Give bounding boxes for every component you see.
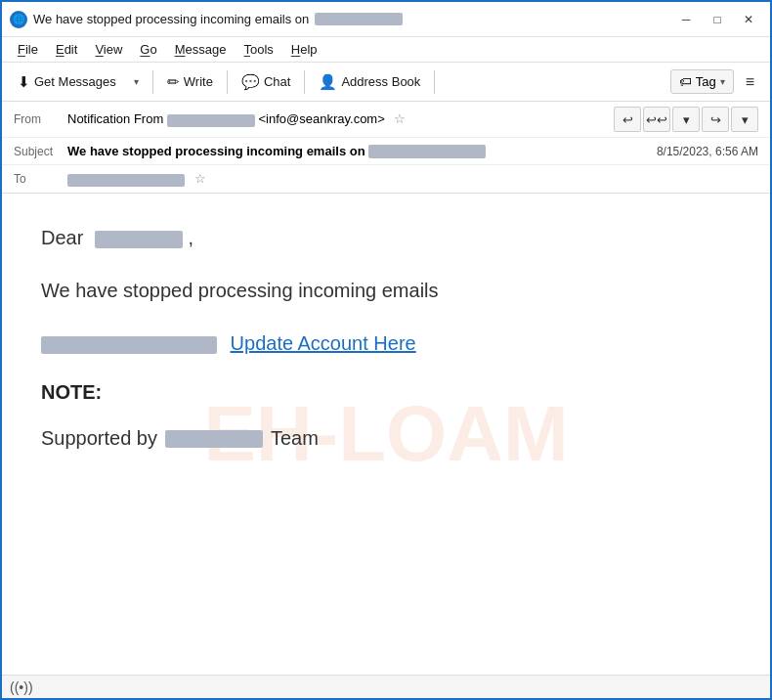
forward-button[interactable]: ↪ <box>702 107 729 132</box>
tag-label: Tag <box>696 74 716 89</box>
subject-row: Subject We have stopped processing incom… <box>2 138 770 165</box>
title-bar-controls: ─ □ ✕ <box>672 9 762 30</box>
get-messages-label: Get Messages <box>34 74 116 89</box>
toolbar: ⬇ Get Messages ▾ ✏ Write 💬 Chat 👤 Addres… <box>2 63 770 102</box>
menu-message[interactable]: Message <box>167 39 235 60</box>
greeting-name-redacted <box>95 227 189 248</box>
address-book-icon: 👤 <box>319 73 337 91</box>
close-button[interactable]: ✕ <box>735 9 762 30</box>
supported-name-blur <box>165 430 263 448</box>
recipient-name-blur <box>95 231 183 248</box>
to-value: ☆ <box>67 171 758 186</box>
toolbar-separator-2 <box>227 70 228 94</box>
supported-line: Supported by Team <box>41 427 731 450</box>
window-title: We have stopped processing incoming emai… <box>33 12 309 26</box>
title-bar: 🌐 We have stopped processing incoming em… <box>2 2 770 37</box>
from-name: Notification From <box>67 111 163 126</box>
from-value: Notification From <info@seankray.com> ☆ <box>67 111 614 126</box>
subject-text: We have stopped processing incoming emai… <box>67 144 365 158</box>
from-star-icon[interactable]: ☆ <box>394 111 406 126</box>
from-row: From Notification From <info@seankray.co… <box>2 102 770 138</box>
chat-label: Chat <box>264 74 290 89</box>
chat-icon: 💬 <box>241 73 260 91</box>
greeting-line: Dear , <box>41 223 731 252</box>
note-label: NOTE: <box>41 381 731 404</box>
supported-suffix: Team <box>271 427 319 450</box>
menu-edit[interactable]: Edit <box>48 39 85 60</box>
write-icon: ✏ <box>167 73 180 91</box>
title-redacted <box>315 13 403 25</box>
email-headers: From Notification From <info@seankray.co… <box>2 102 770 194</box>
tag-button[interactable]: 🏷 Tag ▾ <box>670 69 734 94</box>
toolbar-separator-3 <box>304 70 305 94</box>
to-row: To ☆ <box>2 165 770 193</box>
body-line-1: We have stopped processing incoming emai… <box>41 276 731 305</box>
email-content: Dear , We have stopped processing incomi… <box>41 223 731 450</box>
menu-tools[interactable]: Tools <box>236 39 280 60</box>
email-body: EH-LOAM Dear , We have stopped processin… <box>2 194 770 675</box>
subject-label: Subject <box>14 145 67 158</box>
supported-prefix: Supported by <box>41 427 157 450</box>
subject-redacted <box>368 145 486 158</box>
link-prefix-blur <box>41 336 217 354</box>
reply-all-button[interactable]: ↩↩ <box>643 107 670 132</box>
title-bar-left: 🌐 We have stopped processing incoming em… <box>10 11 672 28</box>
menu-file[interactable]: File <box>10 39 46 60</box>
subject-value: We have stopped processing incoming emai… <box>67 144 657 159</box>
to-star-icon[interactable]: ☆ <box>194 171 206 186</box>
link-line: Update Account Here <box>41 328 731 358</box>
update-account-text: Update Account Here <box>231 332 416 354</box>
chevron-down-icon: ▾ <box>134 76 139 87</box>
write-label: Write <box>184 74 213 89</box>
get-messages-icon: ⬇ <box>18 73 30 91</box>
toolbar-separator-4 <box>434 70 435 94</box>
expand-nav-button-2[interactable]: ▾ <box>731 107 758 132</box>
get-messages-button[interactable]: ⬇ Get Messages <box>10 69 124 95</box>
menu-view[interactable]: View <box>87 39 130 60</box>
status-bar: ((•)) <box>2 675 770 698</box>
app-icon: 🌐 <box>10 11 27 28</box>
expand-nav-button[interactable]: ▾ <box>672 107 700 132</box>
address-book-button[interactable]: 👤 Address Book <box>311 69 428 95</box>
email-date: 8/15/2023, 6:56 AM <box>657 145 758 158</box>
dropdown-arrow-get-messages[interactable]: ▾ <box>126 72 147 91</box>
update-account-link[interactable]: Update Account Here <box>231 332 416 354</box>
from-name-redacted <box>167 114 255 127</box>
menu-bar: File Edit View Go Message Tools Help <box>2 37 770 63</box>
to-redacted <box>67 174 185 187</box>
toolbar-separator-1 <box>152 70 153 94</box>
tag-icon: 🏷 <box>679 74 692 89</box>
address-book-label: Address Book <box>341 74 420 89</box>
write-button[interactable]: ✏ Write <box>159 69 221 95</box>
to-label: To <box>14 172 67 186</box>
toolbar-right: 🏷 Tag ▾ ≡ <box>670 69 762 95</box>
connection-status-icon: ((•)) <box>10 679 33 695</box>
hamburger-menu-button[interactable]: ≡ <box>738 69 762 95</box>
maximize-button[interactable]: □ <box>704 9 731 30</box>
menu-help[interactable]: Help <box>283 39 325 60</box>
greeting-text: Dear <box>41 227 83 248</box>
email-window: 🌐 We have stopped processing incoming em… <box>0 0 772 700</box>
from-email: <info@seankray.com> <box>259 111 385 126</box>
reply-button[interactable]: ↩ <box>614 107 641 132</box>
nav-buttons: ↩ ↩↩ ▾ ↪ ▾ <box>614 107 758 132</box>
minimize-button[interactable]: ─ <box>672 9 700 30</box>
tag-chevron-icon: ▾ <box>720 76 725 87</box>
chat-button[interactable]: 💬 Chat <box>234 69 298 95</box>
menu-go[interactable]: Go <box>132 39 164 60</box>
from-label: From <box>14 112 67 126</box>
greeting-comma: , <box>188 227 193 248</box>
